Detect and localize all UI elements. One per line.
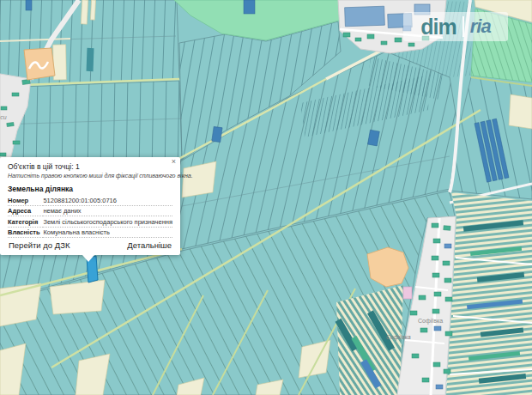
field-label: Власність bbox=[8, 227, 43, 238]
parcel-info-table: Номер 5120881200:01:005:0716 Адреса нема… bbox=[8, 195, 172, 238]
field-value: немає даних bbox=[43, 205, 172, 216]
forest-right bbox=[471, 0, 532, 82]
details-button[interactable]: Детальніше bbox=[127, 240, 172, 250]
field-value: 5120881200:01:005:0716 bbox=[43, 195, 172, 205]
field-label: Номер bbox=[8, 195, 43, 205]
table-row: Категорія Землі сільськогосподарського п… bbox=[8, 216, 172, 228]
table-row: Номер 5120881200:01:005:0716 bbox=[8, 195, 172, 205]
village-place-label: Софіївка bbox=[418, 318, 443, 325]
field-value: Землі сільськогосподарського призначення bbox=[43, 216, 172, 228]
table-row: Власність Комунальна власність bbox=[8, 227, 172, 238]
table-row: Адреса немає даних bbox=[8, 205, 172, 216]
map-popup: × Об'єктів в цій точці: 1 Натисніть прав… bbox=[0, 157, 180, 255]
close-icon[interactable]: × bbox=[172, 158, 176, 166]
village-street-label: Софіївка bbox=[386, 334, 411, 341]
go-to-dzk-button[interactable]: Перейти до ДЗК bbox=[9, 240, 70, 250]
field-label: Категорія bbox=[8, 216, 43, 228]
popup-tail bbox=[82, 255, 94, 262]
objects-count-line: Об'єктів в цій точці: 1 bbox=[8, 162, 80, 171]
left-street-label: Одеси bbox=[0, 114, 7, 120]
field-label: Адреса bbox=[8, 205, 43, 216]
section-title: Земельна ділянка bbox=[8, 185, 73, 193]
popup-hint: Натисніть правою кнопкою миші для фіксац… bbox=[8, 173, 193, 179]
field-value: Комунальна власність bbox=[43, 227, 172, 238]
map-viewport: Софіївка Софіївка Одеси dim ria × Об'єкт… bbox=[0, 0, 532, 395]
pink-parcel bbox=[403, 287, 412, 299]
